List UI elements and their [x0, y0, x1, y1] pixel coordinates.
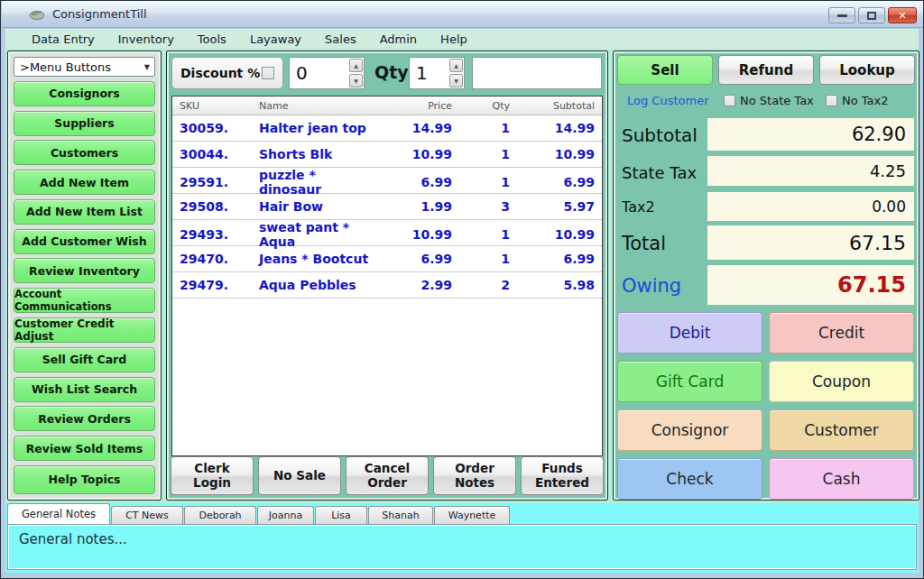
menu-bar: Data Entry Inventory Tools Layaway Sales… — [5, 29, 919, 49]
app-logo-icon — [29, 8, 45, 21]
item-entry-input[interactable] — [472, 57, 602, 89]
cell-qty: 1 — [459, 175, 517, 189]
close-button[interactable]: ✕ — [888, 7, 917, 23]
clerk-login-button[interactable]: Clerk Login — [171, 456, 254, 495]
sidebar-button-suppliers[interactable]: Suppliers — [14, 111, 155, 136]
state-tax-label: State Tax — [622, 163, 697, 182]
sidebar-button-sell-gift-card[interactable]: Sell Gift Card — [14, 347, 155, 372]
tab-general-notes[interactable]: General Notes — [7, 503, 110, 524]
no-state-tax-checkbox[interactable] — [724, 95, 735, 106]
qty-spin-down-button[interactable]: ▼ — [449, 74, 463, 87]
qty-input[interactable] — [410, 58, 449, 88]
refund-button[interactable]: Refund — [718, 55, 814, 85]
consignor-button[interactable]: Consignor — [617, 409, 762, 451]
spinner-down-icon: ▼ — [454, 78, 458, 84]
table-row[interactable]: 30059. Halter jean top 14.99 1 14.99 — [172, 115, 602, 142]
sidebar-button-help-topics[interactable]: Help Topics — [14, 465, 155, 494]
sidebar-panel: >Menu Buttons ▼ Consignors Suppliers Cus… — [7, 51, 162, 501]
payment-buttons: Debit Credit Gift Card Coupon Consignor … — [617, 312, 914, 500]
mode-buttons: Sell Refund Lookup — [617, 55, 915, 85]
cell-sku: 30044. — [172, 147, 252, 161]
menu-buttons-dropdown[interactable]: >Menu Buttons ▼ — [14, 57, 155, 77]
discount-spin-down-button[interactable]: ▼ — [349, 74, 363, 87]
sidebar-button-add-new-item[interactable]: Add New Item — [14, 170, 155, 195]
tab-shanah[interactable]: Shanah — [368, 506, 433, 524]
log-customer-link[interactable]: Log Customer — [627, 94, 709, 107]
cell-qty: 2 — [459, 278, 517, 292]
header-name: Name — [252, 100, 387, 112]
window-title: ConsignmentTill — [52, 7, 147, 21]
tax2-label: Tax2 — [622, 198, 655, 216]
table-row[interactable]: 29591. puzzle * dinosaur 6.99 1 6.99 — [172, 168, 602, 194]
no-state-tax-option: No State Tax — [724, 94, 814, 107]
menu-admin[interactable]: Admin — [368, 32, 429, 46]
debit-button[interactable]: Debit — [617, 312, 762, 354]
table-row[interactable]: 29493. sweat pant * Aqua 10.99 1 10.99 — [172, 220, 602, 246]
cell-subtotal: 6.99 — [517, 252, 602, 266]
no-state-tax-label: No State Tax — [740, 94, 814, 107]
sidebar-button-review-sold-items[interactable]: Review Sold Items — [14, 436, 155, 461]
tab-deborah[interactable]: Deborah — [184, 506, 256, 524]
header-subtotal: Subtotal — [517, 100, 602, 112]
sell-button[interactable]: Sell — [617, 55, 713, 85]
gift-card-button[interactable]: Gift Card — [617, 361, 762, 402]
sidebar-button-wish-list-search[interactable]: Wish List Search — [14, 377, 155, 402]
sidebar-button-review-orders[interactable]: Review Orders — [14, 406, 155, 431]
table-row[interactable]: 29470. Jeans * Bootcut 6.99 1 6.99 — [172, 246, 602, 272]
cell-subtotal: 14.99 — [517, 121, 602, 135]
qty-spin-up-button[interactable]: ▲ — [449, 59, 463, 72]
header-price: Price — [387, 100, 459, 112]
discount-checkbox[interactable] — [262, 67, 274, 79]
coupon-button[interactable]: Coupon — [769, 361, 914, 402]
lookup-button[interactable]: Lookup — [819, 55, 915, 85]
table-row[interactable]: 29479. Aqua Pebbles 2.99 2 5.98 — [172, 272, 602, 299]
subtotal-label: Subtotal — [622, 124, 698, 146]
order-items-table[interactable]: SKU Name Price Qty Subtotal 30059. Halte… — [171, 96, 603, 456]
credit-button[interactable]: Credit — [769, 312, 914, 354]
no-sale-button[interactable]: No Sale — [258, 456, 341, 495]
menu-help[interactable]: Help — [429, 32, 479, 46]
order-notes-button[interactable]: Order Notes — [433, 456, 516, 495]
discount-spinner: ▲ ▼ — [289, 57, 365, 89]
cell-subtotal: 5.97 — [517, 199, 602, 214]
cell-subtotal: 10.99 — [517, 147, 602, 161]
minimize-button[interactable] — [828, 7, 855, 23]
sidebar-button-customer-credit-adjust[interactable]: Customer Credit Adjust — [14, 317, 155, 343]
table-row[interactable]: 29508. Hair Bow 1.99 3 5.97 — [172, 194, 602, 220]
cell-name: Shorts Blk — [252, 147, 387, 161]
menu-sales[interactable]: Sales — [313, 32, 368, 46]
menu-data-entry[interactable]: Data Entry — [20, 32, 106, 46]
cash-button[interactable]: Cash — [769, 458, 914, 500]
menu-inventory[interactable]: Inventory — [106, 32, 186, 46]
tab-ct-news[interactable]: CT News — [111, 506, 183, 524]
sidebar-button-add-new-item-list[interactable]: Add New Item List — [14, 199, 155, 225]
cell-sku: 29508. — [172, 199, 252, 214]
sidebar-button-customers[interactable]: Customers — [14, 140, 155, 165]
no-tax2-checkbox[interactable] — [826, 95, 837, 106]
funds-entered-button[interactable]: Funds Entered — [521, 456, 604, 495]
spinner-down-icon: ▼ — [354, 78, 358, 84]
table-row[interactable]: 30044. Shorts Blk 10.99 1 10.99 — [172, 142, 602, 168]
total-value: 67.15 — [707, 225, 914, 260]
chevron-down-icon: ▼ — [144, 63, 150, 71]
sidebar-button-add-customer-wish[interactable]: Add Customer Wish — [14, 229, 155, 254]
tax2-value: 0.00 — [707, 192, 914, 221]
sidebar-button-review-inventory[interactable]: Review Inventory — [14, 258, 155, 283]
sidebar-button-account-communications[interactable]: Account Communications — [14, 288, 155, 313]
tab-waynette[interactable]: Waynette — [434, 506, 510, 524]
cancel-order-button[interactable]: Cancel Order — [346, 456, 429, 495]
sidebar-button-consignors[interactable]: Consignors — [14, 81, 155, 106]
tax-options-row: Log Customer No State Tax No Tax2 — [614, 94, 919, 110]
check-button[interactable]: Check — [617, 458, 762, 500]
discount-spin-up-button[interactable]: ▲ — [349, 59, 363, 72]
tab-joanna[interactable]: Joanna — [257, 506, 314, 524]
notes-content[interactable]: General notes... — [7, 524, 917, 570]
cell-qty: 1 — [459, 252, 517, 266]
menu-layaway[interactable]: Layaway — [238, 32, 313, 46]
cell-qty: 1 — [459, 121, 517, 135]
tab-lisa[interactable]: Lisa — [315, 506, 367, 524]
discount-input[interactable] — [290, 58, 349, 88]
maximize-button[interactable] — [858, 7, 885, 23]
customer-button[interactable]: Customer — [769, 409, 914, 451]
menu-tools[interactable]: Tools — [186, 32, 238, 46]
